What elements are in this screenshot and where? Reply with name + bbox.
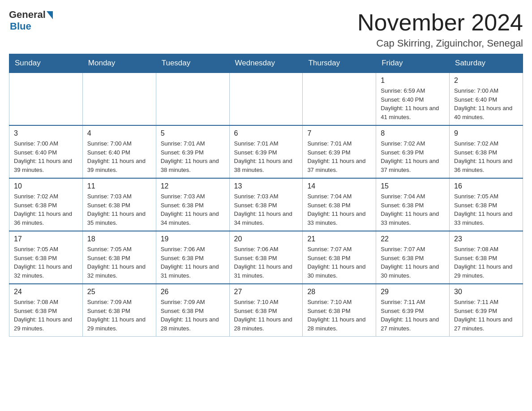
- day-cell: 15Sunrise: 7:04 AMSunset: 6:38 PMDayligh…: [376, 178, 450, 231]
- day-number: 11: [87, 182, 151, 190]
- day-info: Sunrise: 7:06 AMSunset: 6:38 PMDaylight:…: [161, 245, 225, 280]
- day-cell: 6Sunrise: 7:01 AMSunset: 6:39 PMDaylight…: [229, 125, 303, 178]
- day-number: 8: [381, 129, 445, 137]
- day-number: 26: [161, 288, 225, 296]
- page-header: General Blue November 2024 Cap Skirring,…: [9, 9, 523, 49]
- column-header-tuesday: Tuesday: [156, 54, 229, 73]
- day-number: 15: [381, 182, 445, 190]
- day-info: Sunrise: 7:07 AMSunset: 6:38 PMDaylight:…: [307, 245, 371, 280]
- column-header-thursday: Thursday: [303, 54, 376, 73]
- day-info: Sunrise: 7:02 AMSunset: 6:38 PMDaylight:…: [454, 139, 518, 174]
- day-cell: 4Sunrise: 7:00 AMSunset: 6:40 PMDaylight…: [82, 125, 156, 178]
- day-cell: [156, 73, 229, 125]
- day-cell: 17Sunrise: 7:05 AMSunset: 6:38 PMDayligh…: [9, 231, 83, 284]
- day-number: 16: [454, 182, 518, 190]
- week-row-1: 1Sunrise: 6:59 AMSunset: 6:40 PMDaylight…: [9, 73, 523, 125]
- day-number: 3: [14, 129, 78, 137]
- day-info: Sunrise: 7:09 AMSunset: 6:38 PMDaylight:…: [87, 298, 151, 333]
- week-row-4: 17Sunrise: 7:05 AMSunset: 6:38 PMDayligh…: [9, 231, 523, 284]
- week-row-2: 3Sunrise: 7:00 AMSunset: 6:40 PMDaylight…: [9, 125, 523, 178]
- day-cell: 9Sunrise: 7:02 AMSunset: 6:38 PMDaylight…: [450, 125, 523, 178]
- day-cell: [82, 73, 156, 125]
- calendar-header-row: SundayMondayTuesdayWednesdayThursdayFrid…: [9, 54, 523, 73]
- day-info: Sunrise: 7:02 AMSunset: 6:39 PMDaylight:…: [381, 139, 445, 174]
- day-number: 18: [87, 235, 151, 243]
- day-cell: 24Sunrise: 7:08 AMSunset: 6:38 PMDayligh…: [9, 284, 83, 337]
- day-info: Sunrise: 7:01 AMSunset: 6:39 PMDaylight:…: [234, 139, 298, 174]
- day-number: 25: [87, 288, 151, 296]
- column-header-friday: Friday: [376, 54, 450, 73]
- day-cell: 20Sunrise: 7:06 AMSunset: 6:38 PMDayligh…: [229, 231, 303, 284]
- day-number: 9: [454, 129, 518, 137]
- day-cell: 8Sunrise: 7:02 AMSunset: 6:39 PMDaylight…: [376, 125, 450, 178]
- day-info: Sunrise: 7:01 AMSunset: 6:39 PMDaylight:…: [161, 139, 225, 174]
- day-info: Sunrise: 6:59 AMSunset: 6:40 PMDaylight:…: [381, 86, 445, 121]
- day-info: Sunrise: 7:03 AMSunset: 6:38 PMDaylight:…: [161, 192, 225, 227]
- column-header-saturday: Saturday: [450, 54, 523, 73]
- day-number: 1: [381, 77, 445, 85]
- day-number: 23: [454, 235, 518, 243]
- day-number: 19: [161, 235, 225, 243]
- day-cell: 1Sunrise: 6:59 AMSunset: 6:40 PMDaylight…: [376, 73, 450, 125]
- main-title: November 2024: [357, 9, 523, 36]
- location-subtitle: Cap Skirring, Ziguinchor, Senegal: [357, 38, 523, 49]
- day-cell: 7Sunrise: 7:01 AMSunset: 6:39 PMDaylight…: [303, 125, 376, 178]
- day-number: 6: [234, 129, 298, 137]
- day-info: Sunrise: 7:01 AMSunset: 6:39 PMDaylight:…: [307, 139, 371, 174]
- logo-general-text: General: [9, 9, 46, 21]
- day-info: Sunrise: 7:02 AMSunset: 6:38 PMDaylight:…: [14, 192, 78, 227]
- day-info: Sunrise: 7:00 AMSunset: 6:40 PMDaylight:…: [14, 139, 78, 174]
- title-block: November 2024 Cap Skirring, Ziguinchor, …: [357, 9, 523, 49]
- day-cell: 22Sunrise: 7:07 AMSunset: 6:38 PMDayligh…: [376, 231, 450, 284]
- day-cell: 11Sunrise: 7:03 AMSunset: 6:38 PMDayligh…: [82, 178, 156, 231]
- day-cell: 23Sunrise: 7:08 AMSunset: 6:38 PMDayligh…: [450, 231, 523, 284]
- day-cell: 25Sunrise: 7:09 AMSunset: 6:38 PMDayligh…: [82, 284, 156, 337]
- day-number: 7: [307, 129, 371, 137]
- day-cell: 21Sunrise: 7:07 AMSunset: 6:38 PMDayligh…: [303, 231, 376, 284]
- day-info: Sunrise: 7:06 AMSunset: 6:38 PMDaylight:…: [234, 245, 298, 280]
- day-info: Sunrise: 7:07 AMSunset: 6:38 PMDaylight:…: [381, 245, 445, 280]
- column-header-sunday: Sunday: [9, 54, 83, 73]
- day-number: 20: [234, 235, 298, 243]
- calendar-table: SundayMondayTuesdayWednesdayThursdayFrid…: [9, 54, 523, 337]
- week-row-5: 24Sunrise: 7:08 AMSunset: 6:38 PMDayligh…: [9, 284, 523, 337]
- day-info: Sunrise: 7:03 AMSunset: 6:38 PMDaylight:…: [87, 192, 151, 227]
- day-number: 13: [234, 182, 298, 190]
- day-info: Sunrise: 7:10 AMSunset: 6:38 PMDaylight:…: [307, 298, 371, 333]
- day-number: 27: [234, 288, 298, 296]
- day-number: 22: [381, 235, 445, 243]
- day-number: 17: [14, 235, 78, 243]
- day-info: Sunrise: 7:04 AMSunset: 6:38 PMDaylight:…: [381, 192, 445, 227]
- day-cell: 10Sunrise: 7:02 AMSunset: 6:38 PMDayligh…: [9, 178, 83, 231]
- day-cell: 26Sunrise: 7:09 AMSunset: 6:38 PMDayligh…: [156, 284, 229, 337]
- day-cell: 12Sunrise: 7:03 AMSunset: 6:38 PMDayligh…: [156, 178, 229, 231]
- day-cell: [9, 73, 83, 125]
- day-number: 29: [381, 288, 445, 296]
- day-cell: 29Sunrise: 7:11 AMSunset: 6:39 PMDayligh…: [376, 284, 450, 337]
- logo-blue-text: Blue: [10, 21, 31, 32]
- logo: General Blue: [9, 9, 53, 32]
- day-cell: 19Sunrise: 7:06 AMSunset: 6:38 PMDayligh…: [156, 231, 229, 284]
- day-info: Sunrise: 7:00 AMSunset: 6:40 PMDaylight:…: [454, 86, 518, 121]
- day-cell: 27Sunrise: 7:10 AMSunset: 6:38 PMDayligh…: [229, 284, 303, 337]
- day-cell: 30Sunrise: 7:11 AMSunset: 6:39 PMDayligh…: [450, 284, 523, 337]
- day-number: 14: [307, 182, 371, 190]
- day-info: Sunrise: 7:00 AMSunset: 6:40 PMDaylight:…: [87, 139, 151, 174]
- day-info: Sunrise: 7:10 AMSunset: 6:38 PMDaylight:…: [234, 298, 298, 333]
- day-number: 5: [161, 129, 225, 137]
- day-info: Sunrise: 7:04 AMSunset: 6:38 PMDaylight:…: [307, 192, 371, 227]
- day-number: 24: [14, 288, 78, 296]
- day-info: Sunrise: 7:09 AMSunset: 6:38 PMDaylight:…: [161, 298, 225, 333]
- day-cell: 16Sunrise: 7:05 AMSunset: 6:38 PMDayligh…: [450, 178, 523, 231]
- column-header-wednesday: Wednesday: [229, 54, 303, 73]
- day-info: Sunrise: 7:05 AMSunset: 6:38 PMDaylight:…: [454, 192, 518, 227]
- day-cell: 28Sunrise: 7:10 AMSunset: 6:38 PMDayligh…: [303, 284, 376, 337]
- day-info: Sunrise: 7:05 AMSunset: 6:38 PMDaylight:…: [14, 245, 78, 280]
- day-number: 28: [307, 288, 371, 296]
- day-cell: 2Sunrise: 7:00 AMSunset: 6:40 PMDaylight…: [450, 73, 523, 125]
- logo-triangle-icon: [47, 11, 53, 19]
- day-info: Sunrise: 7:11 AMSunset: 6:39 PMDaylight:…: [454, 298, 518, 333]
- day-cell: 5Sunrise: 7:01 AMSunset: 6:39 PMDaylight…: [156, 125, 229, 178]
- week-row-3: 10Sunrise: 7:02 AMSunset: 6:38 PMDayligh…: [9, 178, 523, 231]
- day-info: Sunrise: 7:05 AMSunset: 6:38 PMDaylight:…: [87, 245, 151, 280]
